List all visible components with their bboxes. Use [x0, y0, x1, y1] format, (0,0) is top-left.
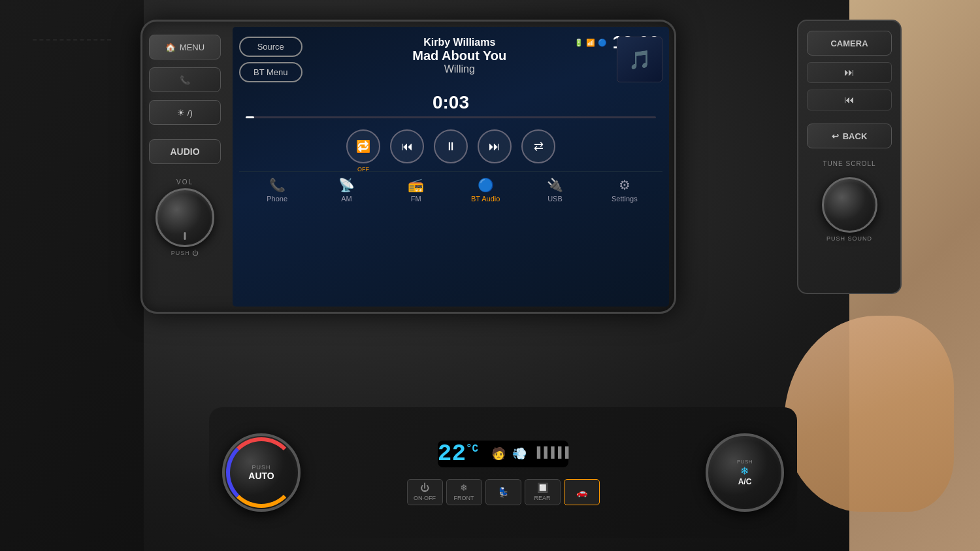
track-info: Kirby Williams Mad About You Willing: [312, 37, 607, 75]
left-temp-knob[interactable]: PUSH AUTO: [222, 433, 301, 512]
stitch-decoration: [33, 39, 111, 41]
temperature-readout: 22°C: [438, 441, 478, 467]
seat-heat-button[interactable]: 💺: [485, 479, 521, 505]
person-seat-icon: 🧑: [491, 446, 506, 461]
music-note-icon: 🎵: [629, 49, 651, 71]
fan-icon: 💨: [512, 446, 527, 461]
camera-button[interactable]: CAMERA: [807, 31, 892, 56]
temp-value: 22: [438, 441, 466, 467]
rear-defrost-button[interactable]: 🔲 REAR: [525, 479, 561, 505]
screen-content: Source BT Menu Kirby Williams Mad About …: [239, 30, 662, 307]
source-button-group: Source BT Menu: [239, 37, 302, 82]
rear-defrost-icon: 🔲: [537, 482, 548, 493]
main-display-screen: 🔋 📶 🔵 12:00 Source BT Menu Kirby William…: [233, 27, 669, 307]
tune-knob-area: PUSH SOUND: [822, 177, 877, 242]
repeat-label: OFF: [357, 166, 369, 173]
rewind-button[interactable]: ⏮: [807, 90, 892, 110]
playback-controls: 🔁 OFF ⏮ ⏸ ⏭ ⇄: [239, 122, 662, 171]
bt-audio-icon: 🔵: [478, 177, 494, 193]
next-button[interactable]: ⏭: [478, 129, 512, 163]
camera-label: CAMERA: [830, 39, 868, 48]
progress-section: 0:03: [239, 89, 662, 122]
climate-status-icons: 🧑 💨 ▐▐▐▐▐: [491, 446, 568, 461]
right-ac-knob[interactable]: PUSH ❄ A/C: [706, 433, 784, 512]
right-knob-inner: PUSH ❄ A/C: [737, 459, 753, 486]
left-leather-panel: [0, 0, 144, 551]
menu-button[interactable]: 🏠 MENU: [149, 35, 221, 59]
front-defrost-icon: ❄: [460, 482, 468, 493]
audio-button[interactable]: AUDIO: [149, 139, 221, 164]
album-art: 🎵: [617, 37, 662, 82]
bt-audio-label: BT Audio: [471, 195, 500, 203]
nav-bt-audio[interactable]: 🔵 BT Audio: [466, 177, 505, 203]
front-defrost-button[interactable]: ❄ FRONT: [446, 479, 482, 505]
usb-icon: 🔌: [547, 177, 563, 193]
repeat-button[interactable]: 🔁 OFF: [346, 129, 380, 163]
progress-fill: [246, 116, 254, 118]
shuffle-icon: ⇄: [534, 139, 544, 154]
nav-settings[interactable]: ⚙ Settings: [605, 177, 644, 203]
phone-nav-label: Phone: [267, 195, 287, 203]
repeat-icon: 🔁: [356, 139, 370, 154]
am-label: AM: [341, 195, 352, 203]
back-button[interactable]: ↩ BACK: [807, 124, 892, 148]
nav-phone[interactable]: 📞 Phone: [257, 177, 297, 203]
home-icon: 🏠: [165, 42, 176, 52]
progress-bar[interactable]: [246, 116, 656, 118]
album-name: Willing: [312, 63, 607, 75]
settings-icon: ⚙: [619, 177, 630, 193]
track-time: 0:03: [246, 92, 656, 113]
volume-control-area: VOL PUSH ⏻: [155, 178, 214, 256]
ac-mode-button[interactable]: 🚗: [564, 479, 600, 505]
shuffle-button[interactable]: ⇄: [521, 129, 555, 163]
seat-icon: 💺: [498, 487, 509, 497]
car-icon: 🚗: [576, 487, 587, 497]
previous-button[interactable]: ⏮: [390, 129, 424, 163]
usb-label: USB: [547, 195, 563, 203]
rewind-icon: ⏮: [844, 94, 855, 106]
phone-icon: 📞: [180, 75, 190, 85]
push-power-label: PUSH ⏻: [171, 250, 199, 256]
fm-label: FM: [411, 195, 421, 203]
tune-scroll-label: TUNE SCROLL: [823, 160, 875, 167]
ac-label: A/C: [737, 477, 753, 486]
phone-nav-icon: 📞: [269, 177, 286, 193]
climate-button-row: ⏻ ON·OFF ❄ FRONT 💺 🔲 REAR 🚗: [407, 479, 600, 505]
rear-label: REAR: [534, 495, 550, 501]
back-arrow-icon: ↩: [832, 131, 839, 141]
nav-am[interactable]: 📡 AM: [327, 177, 366, 203]
nav-fm[interactable]: 📻 FM: [397, 177, 436, 203]
pause-button[interactable]: ⏸: [434, 129, 468, 163]
bottom-navigation: 📞 Phone 📡 AM 📻 FM 🔵 BT Audio 🔌 US: [239, 171, 662, 208]
audio-label: AUDIO: [170, 146, 199, 157]
climate-center-section: 22°C 🧑 💨 ▐▐▐▐▐ ⏻ ON·OFF ❄ FRONT 💺 🔲: [310, 441, 696, 505]
nav-usb[interactable]: 🔌 USB: [535, 177, 574, 203]
back-label: BACK: [843, 131, 868, 141]
tune-knob[interactable]: [822, 177, 877, 233]
fast-forward-icon: ⏭: [844, 67, 855, 78]
fan-level-bars: ▐▐▐▐▐: [533, 446, 568, 461]
left-control-panel: 🏠 MENU 📞 ☀ /) AUDIO VOL PUSH ⏻: [142, 22, 227, 312]
brightness-button[interactable]: ☀ /): [149, 100, 221, 125]
volume-knob[interactable]: [155, 188, 214, 247]
menu-label: MENU: [180, 42, 204, 52]
prev-icon: ⏮: [401, 140, 413, 154]
phone-button[interactable]: 📞: [149, 67, 221, 92]
fast-forward-button[interactable]: ⏭: [807, 62, 892, 83]
bt-menu-button[interactable]: BT Menu: [239, 62, 302, 82]
right-control-panel: CAMERA ⏭ ⏮ ↩ BACK TUNE SCROLL PUSH SOUND: [797, 20, 902, 294]
front-label: FRONT: [454, 495, 474, 501]
climate-display: 22°C 🧑 💨 ▐▐▐▐▐: [438, 441, 568, 467]
am-icon: 📡: [338, 177, 355, 193]
source-button[interactable]: Source: [239, 37, 302, 57]
power-icon: ⏻: [420, 482, 429, 493]
on-off-button[interactable]: ⏻ ON·OFF: [407, 479, 443, 505]
vol-label: VOL: [176, 178, 193, 186]
next-icon: ⏭: [489, 140, 500, 154]
brightness-icon: ☀ /): [177, 108, 193, 118]
song-title: Mad About You: [312, 48, 607, 63]
temp-ring-decoration: [226, 437, 297, 508]
push-sound-label: PUSH SOUND: [826, 235, 872, 242]
top-section: Source BT Menu Kirby Williams Mad About …: [239, 30, 662, 89]
artist-name: Kirby Williams: [312, 37, 607, 48]
